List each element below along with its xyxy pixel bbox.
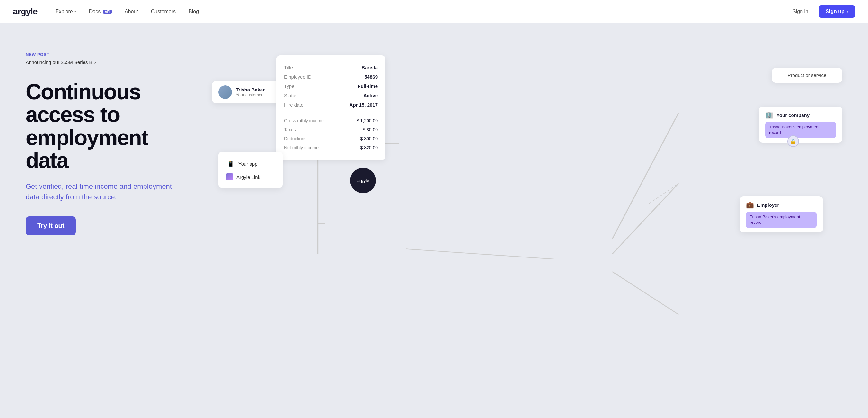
- nav-docs[interactable]: Docs API: [84, 6, 117, 17]
- chevron-down-icon: ▾: [74, 9, 76, 14]
- nav-links: Explore ▾ Docs API About Customers Blog: [51, 6, 788, 17]
- svg-line-6: [612, 271, 679, 314]
- briefcase-icon: 💼: [746, 201, 754, 209]
- product-service-card: Product or service: [772, 68, 842, 83]
- svg-line-7: [649, 183, 679, 203]
- emp-id-row: Employee ID 54869: [284, 72, 378, 82]
- company-name: Your company: [776, 112, 809, 118]
- customer-info: Trisha Baker Your customer: [236, 87, 265, 97]
- argyle-circle: argyle: [350, 168, 376, 193]
- svg-line-4: [612, 113, 679, 239]
- your-app-card: 📱 Your app Argyle Link: [218, 152, 283, 188]
- nav-right: Sign in Sign up ›: [787, 5, 855, 18]
- try-it-out-button[interactable]: Try it out: [26, 216, 76, 235]
- nav-customers[interactable]: Customers: [146, 6, 181, 17]
- phone-icon: 📱: [226, 159, 235, 168]
- arrow-right-icon: ›: [846, 9, 848, 14]
- emp-type-row: Type Full-time: [284, 82, 378, 91]
- employer-employment-record: Trisha Baker's employment record: [746, 212, 816, 228]
- nav-blog[interactable]: Blog: [183, 6, 204, 17]
- avatar: [218, 86, 232, 99]
- customer-subtitle: Your customer: [236, 93, 265, 97]
- lock-icon: 🔒: [787, 135, 799, 147]
- emp-title-row: Title Barista: [284, 63, 378, 72]
- employment-card: Title Barista Employee ID 54869 Type Ful…: [276, 55, 385, 160]
- svg-line-3: [406, 249, 553, 259]
- emp-gross-row: Gross mthly income $ 1,200.00: [284, 116, 378, 125]
- argyle-link-item: Argyle Link: [226, 171, 275, 182]
- new-post-badge: NEW POST: [26, 52, 193, 57]
- your-company-card: 🏢 Your company Trisha Baker's employment…: [759, 106, 842, 142]
- emp-taxes-row: Taxes $ 80.00: [284, 125, 378, 134]
- sign-in-button[interactable]: Sign in: [787, 6, 813, 17]
- product-service-label: Product or service: [788, 72, 827, 78]
- emp-deductions-row: Deductions $ 300.00: [284, 134, 378, 143]
- company-employment-record: Trisha Baker's employment record: [765, 122, 836, 138]
- announcement-link[interactable]: Announcing our $55M Series B ›: [26, 59, 193, 65]
- api-badge: API: [103, 10, 112, 14]
- your-app-item: 📱 Your app: [226, 157, 275, 170]
- employer-name: Employer: [757, 202, 779, 208]
- employer-card: 💼 Employer Trisha Baker's employment rec…: [740, 196, 823, 232]
- emp-net-row: Net mthly income $ 820.00: [284, 143, 378, 152]
- logo[interactable]: argyle: [13, 6, 38, 17]
- nav-about[interactable]: About: [120, 6, 143, 17]
- argyle-link-icon: [226, 173, 233, 181]
- argyle-link-label: Argyle Link: [237, 174, 260, 180]
- main-content: NEW POST Announcing our $55M Series B › …: [0, 23, 868, 418]
- hero-section: NEW POST Announcing our $55M Series B › …: [26, 42, 193, 405]
- company-header: 🏢 Your company: [765, 111, 836, 119]
- sign-up-button[interactable]: Sign up ›: [818, 5, 855, 18]
- your-app-label: Your app: [238, 161, 258, 167]
- arrow-icon: ›: [94, 59, 96, 65]
- employer-header: 💼 Employer: [746, 201, 816, 209]
- diagram: Trisha Baker Your customer Title Barista…: [193, 42, 855, 405]
- nav-explore[interactable]: Explore ▾: [51, 6, 81, 17]
- emp-status-row: Status Active: [284, 91, 378, 100]
- svg-line-5: [612, 183, 679, 254]
- building-icon: 🏢: [765, 111, 773, 119]
- customer-name: Trisha Baker: [236, 87, 265, 93]
- navigation: argyle Explore ▾ Docs API About Customer…: [0, 0, 868, 23]
- hero-title: Continuous access to employment data: [26, 80, 193, 172]
- hero-subtitle: Get verified, real time income and emplo…: [26, 181, 180, 202]
- customer-card: Trisha Baker Your customer: [212, 81, 283, 103]
- emp-hiredate-row: Hire date Apr 15, 2017: [284, 100, 378, 109]
